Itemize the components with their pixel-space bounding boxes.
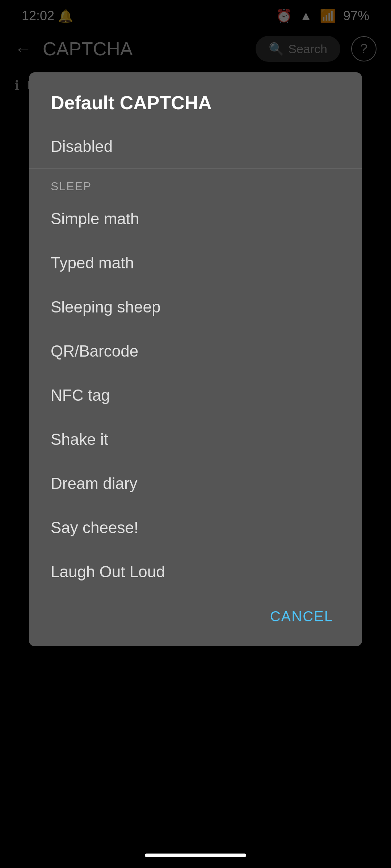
dialog-item-sleeping-sheep[interactable]: Sleeping sheep xyxy=(29,285,362,329)
dialog-item-simple-math[interactable]: Simple math xyxy=(29,197,362,241)
dialog-item-shake-it[interactable]: Shake it xyxy=(29,417,362,461)
captcha-dialog: Default CAPTCHA Disabled Sleep Simple ma… xyxy=(29,72,362,646)
dialog-item-laugh-out-loud[interactable]: Laugh Out Loud xyxy=(29,550,362,594)
dialog-item-disabled[interactable]: Disabled xyxy=(29,124,362,169)
cancel-button[interactable]: CANCEL xyxy=(263,605,340,628)
dialog-item-typed-math[interactable]: Typed math xyxy=(29,241,362,285)
dialog-title: Default CAPTCHA xyxy=(29,72,362,124)
dialog-item-dream-diary[interactable]: Dream diary xyxy=(29,461,362,506)
dialog-item-nfc-tag[interactable]: NFC tag xyxy=(29,373,362,417)
dialog-section-sleep: Sleep xyxy=(29,169,362,197)
dialog-overlay: Default CAPTCHA Disabled Sleep Simple ma… xyxy=(0,0,391,868)
dialog-item-qr-barcode[interactable]: QR/Barcode xyxy=(29,329,362,373)
dialog-footer: CANCEL xyxy=(29,594,362,646)
bottom-nav-indicator xyxy=(145,854,246,857)
dialog-item-say-cheese[interactable]: Say cheese! xyxy=(29,506,362,550)
